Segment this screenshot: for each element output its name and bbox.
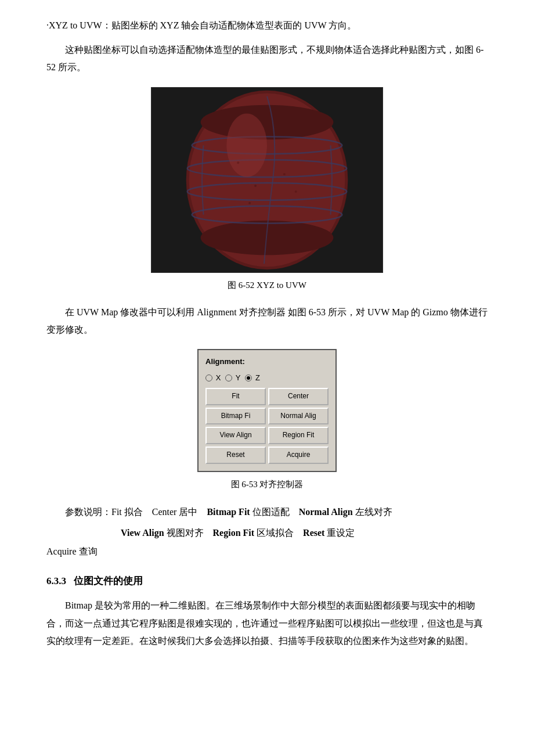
section-heading-633: 6.3.3 位图文件的使用 bbox=[46, 573, 488, 591]
bullet-item-xyz-uvw: ·XYZ to UVW：贴图坐标的 XYZ 轴会自动适配物体造型表面的 UVW … bbox=[46, 17, 488, 34]
fit-button[interactable]: Fit bbox=[205, 388, 266, 405]
params-line-2: View Align 视图对齐 Region Fit 区域拟合 Reset 重设… bbox=[46, 524, 488, 561]
alignment-panel: Alignment: X Y Z Fit Center Bitmap Fi No… bbox=[197, 349, 337, 471]
section-title: 位图文件的使用 bbox=[74, 575, 143, 586]
bullet-dot: ·XYZ to UVW：贴图坐标的 XYZ 轴会自动适配物体造型表面的 UVW … bbox=[46, 17, 356, 34]
paragraph-2: 在 UVW Map 修改器中可以利用 Alignment 对齐控制器 如图 6-… bbox=[46, 304, 488, 339]
region-fit-button[interactable]: Region Fit bbox=[268, 427, 329, 444]
svg-point-12 bbox=[283, 173, 286, 175]
svg-point-13 bbox=[248, 201, 251, 204]
svg-point-9 bbox=[226, 113, 267, 177]
radio-z-indicator: Z bbox=[245, 371, 260, 384]
radio-z-label: Z bbox=[255, 373, 260, 382]
figure-1-caption: 图 6-52 XYZ to UVW bbox=[228, 278, 306, 293]
alignment-radio-row: X Y Z bbox=[205, 371, 329, 384]
alignment-btn-row-4: Reset Acquire bbox=[205, 447, 329, 464]
svg-point-14 bbox=[295, 190, 297, 192]
radio-y-label: Y bbox=[236, 373, 241, 382]
view-align-button[interactable]: View Align bbox=[205, 427, 266, 444]
alignment-btn-row-1: Fit Center bbox=[205, 388, 329, 405]
figure-2-container: Alignment: X Y Z Fit Center Bitmap Fi No… bbox=[46, 349, 488, 492]
reset-button[interactable]: Reset bbox=[205, 447, 266, 464]
radio-x-circle[interactable] bbox=[205, 375, 212, 381]
bitmap-fit-button[interactable]: Bitmap Fi bbox=[205, 408, 266, 425]
center-button[interactable]: Center bbox=[268, 388, 329, 405]
normal-align-button[interactable]: Normal Alig bbox=[268, 408, 329, 425]
figure-2-caption: 图 6-53 对齐控制器 bbox=[231, 477, 304, 492]
svg-point-3 bbox=[201, 105, 334, 139]
figure-1-image bbox=[151, 87, 383, 273]
radio-y-indicator: Y bbox=[225, 371, 240, 384]
alignment-btn-row-3: View Align Region Fit bbox=[205, 427, 329, 444]
radio-z-circle[interactable] bbox=[245, 375, 252, 381]
svg-point-11 bbox=[254, 185, 257, 187]
svg-point-10 bbox=[237, 161, 239, 164]
figure-1-container: 图 6-52 XYZ to UVW bbox=[46, 87, 488, 293]
alignment-btn-row-2: Bitmap Fi Normal Alig bbox=[205, 408, 329, 425]
radio-y-circle[interactable] bbox=[225, 375, 232, 381]
radio-x-indicator: X bbox=[205, 371, 221, 384]
acquire-button[interactable]: Acquire bbox=[268, 447, 329, 464]
paragraph-3: Bitmap 是较为常用的一种二维贴图。在三维场景制作中大部分模型的表面贴图都须… bbox=[46, 597, 488, 650]
radio-x-label: X bbox=[216, 373, 221, 382]
alignment-title: Alignment: bbox=[205, 355, 329, 368]
paragraph-1: 这种贴图坐标可以自动选择适配物体造型的最佳贴图形式，不规则物体适合选择此种贴图方… bbox=[46, 41, 488, 77]
params-line-1: 参数说明：Fit 拟合 Center 居中 Bitmap Fit 位图适配 No… bbox=[46, 503, 488, 521]
section-number: 6.3.3 bbox=[46, 575, 66, 586]
